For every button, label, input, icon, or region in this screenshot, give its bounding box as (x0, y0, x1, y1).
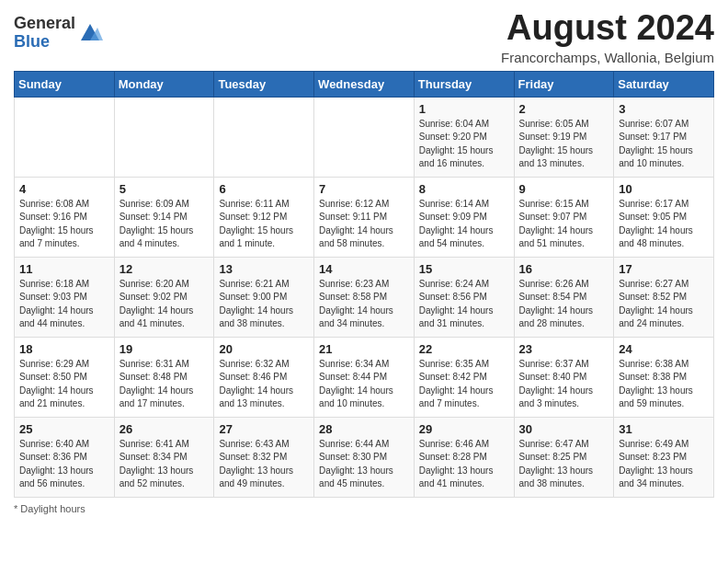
calendar-cell: 24Sunrise: 6:38 AM Sunset: 8:38 PM Dayli… (614, 337, 714, 417)
calendar-cell: 17Sunrise: 6:27 AM Sunset: 8:52 PM Dayli… (614, 257, 714, 337)
day-number: 17 (619, 262, 709, 276)
calendar-cell: 6Sunrise: 6:11 AM Sunset: 9:12 PM Daylig… (214, 177, 314, 257)
day-info: Sunrise: 6:41 AM Sunset: 8:34 PM Dayligh… (119, 438, 210, 491)
day-number: 21 (319, 342, 409, 356)
day-info: Sunrise: 6:18 AM Sunset: 9:03 PM Dayligh… (19, 278, 109, 331)
day-number: 22 (419, 342, 509, 356)
day-number: 20 (219, 342, 309, 356)
calendar-cell: 12Sunrise: 6:20 AM Sunset: 9:02 PM Dayli… (114, 257, 214, 337)
day-info: Sunrise: 6:46 AM Sunset: 8:28 PM Dayligh… (419, 438, 509, 491)
day-info: Sunrise: 6:24 AM Sunset: 8:56 PM Dayligh… (419, 278, 509, 331)
day-info: Sunrise: 6:31 AM Sunset: 8:48 PM Dayligh… (119, 358, 210, 411)
day-info: Sunrise: 6:34 AM Sunset: 8:44 PM Dayligh… (319, 358, 409, 411)
daylight-label: Daylight hours (20, 503, 85, 514)
day-number: 19 (119, 342, 210, 356)
weekday-header: Tuesday (214, 71, 314, 97)
day-number: 13 (219, 262, 309, 276)
calendar-cell: 25Sunrise: 6:40 AM Sunset: 8:36 PM Dayli… (15, 417, 115, 497)
calendar-cell: 27Sunrise: 6:43 AM Sunset: 8:32 PM Dayli… (214, 417, 314, 497)
weekday-header-row: SundayMondayTuesdayWednesdayThursdayFrid… (15, 71, 714, 97)
day-info: Sunrise: 6:47 AM Sunset: 8:25 PM Dayligh… (519, 438, 609, 491)
day-number: 14 (319, 262, 409, 276)
calendar-cell: 22Sunrise: 6:35 AM Sunset: 8:42 PM Dayli… (414, 337, 514, 417)
day-number: 16 (519, 262, 609, 276)
month-title: August 2024 (501, 9, 714, 48)
day-info: Sunrise: 6:05 AM Sunset: 9:19 PM Dayligh… (519, 118, 609, 171)
footer-note: * Daylight hours (14, 503, 714, 514)
day-number: 9 (519, 182, 609, 196)
day-number: 29 (419, 422, 509, 436)
calendar-week-row: 1Sunrise: 6:04 AM Sunset: 9:20 PM Daylig… (15, 97, 714, 177)
weekday-header: Sunday (15, 71, 115, 97)
day-info: Sunrise: 6:37 AM Sunset: 8:40 PM Dayligh… (519, 358, 609, 411)
calendar-cell: 31Sunrise: 6:49 AM Sunset: 8:23 PM Dayli… (614, 417, 714, 497)
calendar-cell: 16Sunrise: 6:26 AM Sunset: 8:54 PM Dayli… (514, 257, 614, 337)
day-info: Sunrise: 6:07 AM Sunset: 9:17 PM Dayligh… (619, 118, 709, 171)
day-info: Sunrise: 6:20 AM Sunset: 9:02 PM Dayligh… (119, 278, 210, 331)
day-number: 1 (419, 102, 509, 116)
calendar-week-row: 25Sunrise: 6:40 AM Sunset: 8:36 PM Dayli… (15, 417, 714, 497)
calendar-cell: 19Sunrise: 6:31 AM Sunset: 8:48 PM Dayli… (114, 337, 214, 417)
day-number: 5 (119, 182, 210, 196)
day-number: 25 (19, 422, 109, 436)
day-number: 26 (119, 422, 210, 436)
day-number: 8 (419, 182, 509, 196)
calendar-cell: 2Sunrise: 6:05 AM Sunset: 9:19 PM Daylig… (514, 97, 614, 177)
calendar-week-row: 11Sunrise: 6:18 AM Sunset: 9:03 PM Dayli… (15, 257, 714, 337)
weekday-header: Wednesday (314, 71, 415, 97)
calendar-cell: 14Sunrise: 6:23 AM Sunset: 8:58 PM Dayli… (314, 257, 415, 337)
location-subtitle: Francorchamps, Wallonia, Belgium (501, 50, 714, 65)
day-info: Sunrise: 6:29 AM Sunset: 8:50 PM Dayligh… (19, 358, 109, 411)
day-info: Sunrise: 6:04 AM Sunset: 9:20 PM Dayligh… (419, 118, 509, 171)
calendar-cell: 10Sunrise: 6:17 AM Sunset: 9:05 PM Dayli… (614, 177, 714, 257)
calendar-cell: 5Sunrise: 6:09 AM Sunset: 9:14 PM Daylig… (114, 177, 214, 257)
day-number: 23 (519, 342, 609, 356)
logo-text: General Blue (14, 15, 75, 52)
day-number: 11 (19, 262, 109, 276)
weekday-header: Monday (114, 71, 214, 97)
calendar-cell (214, 97, 314, 177)
day-info: Sunrise: 6:11 AM Sunset: 9:12 PM Dayligh… (219, 198, 309, 251)
logo-general: General (14, 14, 75, 32)
day-info: Sunrise: 6:15 AM Sunset: 9:07 PM Dayligh… (519, 198, 609, 251)
calendar-cell: 30Sunrise: 6:47 AM Sunset: 8:25 PM Dayli… (514, 417, 614, 497)
day-number: 15 (419, 262, 509, 276)
day-number: 31 (619, 422, 709, 436)
day-number: 3 (619, 102, 709, 116)
day-number: 28 (319, 422, 409, 436)
page-header: General Blue August 2024 Francorchamps, … (14, 9, 714, 65)
day-info: Sunrise: 6:23 AM Sunset: 8:58 PM Dayligh… (319, 278, 409, 331)
calendar-cell: 8Sunrise: 6:14 AM Sunset: 9:09 PM Daylig… (414, 177, 514, 257)
day-number: 4 (19, 182, 109, 196)
calendar-cell: 26Sunrise: 6:41 AM Sunset: 8:34 PM Dayli… (114, 417, 214, 497)
calendar-cell: 7Sunrise: 6:12 AM Sunset: 9:11 PM Daylig… (314, 177, 415, 257)
calendar-cell: 21Sunrise: 6:34 AM Sunset: 8:44 PM Dayli… (314, 337, 415, 417)
day-info: Sunrise: 6:43 AM Sunset: 8:32 PM Dayligh… (219, 438, 309, 491)
weekday-header: Friday (514, 71, 614, 97)
day-info: Sunrise: 6:35 AM Sunset: 8:42 PM Dayligh… (419, 358, 509, 411)
title-block: August 2024 Francorchamps, Wallonia, Bel… (501, 9, 714, 65)
calendar-cell: 23Sunrise: 6:37 AM Sunset: 8:40 PM Dayli… (514, 337, 614, 417)
day-number: 7 (319, 182, 409, 196)
weekday-header: Saturday (614, 71, 714, 97)
day-number: 30 (519, 422, 609, 436)
calendar-cell: 9Sunrise: 6:15 AM Sunset: 9:07 PM Daylig… (514, 177, 614, 257)
day-number: 2 (519, 102, 609, 116)
calendar-cell (114, 97, 214, 177)
day-info: Sunrise: 6:14 AM Sunset: 9:09 PM Dayligh… (419, 198, 509, 251)
day-number: 18 (19, 342, 109, 356)
calendar-cell (314, 97, 415, 177)
day-info: Sunrise: 6:40 AM Sunset: 8:36 PM Dayligh… (19, 438, 109, 491)
calendar-week-row: 18Sunrise: 6:29 AM Sunset: 8:50 PM Dayli… (15, 337, 714, 417)
day-info: Sunrise: 6:21 AM Sunset: 9:00 PM Dayligh… (219, 278, 309, 331)
day-info: Sunrise: 6:38 AM Sunset: 8:38 PM Dayligh… (619, 358, 709, 411)
calendar-cell: 4Sunrise: 6:08 AM Sunset: 9:16 PM Daylig… (15, 177, 115, 257)
day-number: 6 (219, 182, 309, 196)
calendar-cell: 29Sunrise: 6:46 AM Sunset: 8:28 PM Dayli… (414, 417, 514, 497)
day-info: Sunrise: 6:08 AM Sunset: 9:16 PM Dayligh… (19, 198, 109, 251)
day-number: 12 (119, 262, 210, 276)
day-info: Sunrise: 6:26 AM Sunset: 8:54 PM Dayligh… (519, 278, 609, 331)
day-info: Sunrise: 6:17 AM Sunset: 9:05 PM Dayligh… (619, 198, 709, 251)
calendar-cell: 13Sunrise: 6:21 AM Sunset: 9:00 PM Dayli… (214, 257, 314, 337)
logo-icon (77, 20, 103, 46)
